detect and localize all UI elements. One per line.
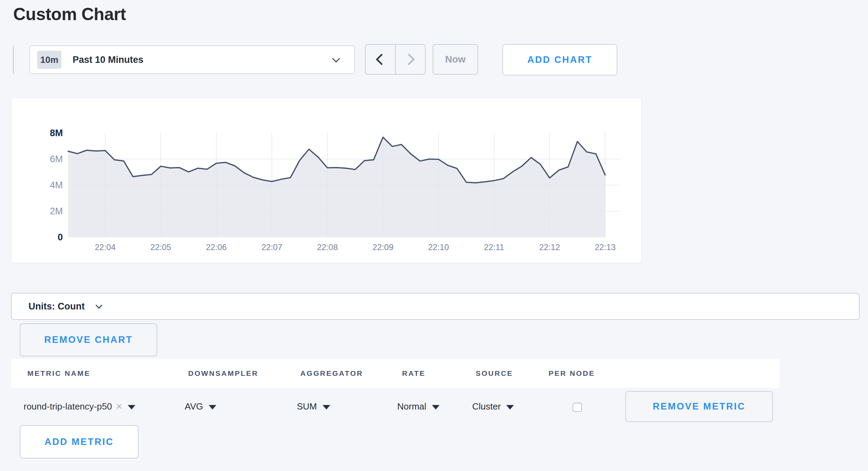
y-axis-tick-label: 6M xyxy=(50,154,63,164)
x-axis-tick-label: 22:06 xyxy=(206,242,227,252)
chevron-down-icon xyxy=(332,55,340,63)
column-header-source: SOURCE xyxy=(476,359,513,388)
caret-down-icon xyxy=(209,405,216,410)
x-axis-tick-label: 22:10 xyxy=(428,242,449,252)
add-chart-button[interactable]: ADD CHART xyxy=(502,44,617,75)
now-button[interactable]: Now xyxy=(433,44,478,75)
aggregator-select[interactable]: SUM xyxy=(297,395,330,418)
per-node-checkbox[interactable] xyxy=(573,403,582,412)
chevron-right-icon xyxy=(403,53,415,65)
chart-card: 02M4M6M8M22:0422:0522:0622:0722:0822:092… xyxy=(11,98,642,263)
column-header-rate: RATE xyxy=(402,359,426,388)
units-select[interactable]: Units: Count xyxy=(11,293,860,320)
y-axis-tick-label: 4M xyxy=(50,180,63,190)
close-icon[interactable]: × xyxy=(116,400,122,412)
time-range-select[interactable]: 10m Past 10 Minutes xyxy=(30,46,355,74)
column-header-downsampler: DOWNSAMPLER xyxy=(188,359,258,388)
metric-name-select[interactable]: round-trip-latency-p50 × xyxy=(24,395,135,418)
metric-chart: 02M4M6M8M22:0422:0522:0622:0722:0822:092… xyxy=(11,98,642,263)
source-value: Cluster xyxy=(472,401,501,412)
page-title: Custom Chart xyxy=(13,4,126,24)
remove-metric-button[interactable]: REMOVE METRIC xyxy=(625,391,773,422)
metrics-table-header: METRIC NAME DOWNSAMPLER AGGREGATOR RATE … xyxy=(11,359,779,388)
column-header-per-node: PER NODE xyxy=(549,359,595,388)
y-axis-tick-label: 0 xyxy=(58,232,63,242)
toolbar-divider xyxy=(13,46,14,74)
chevron-down-icon xyxy=(95,302,102,309)
time-forward-button[interactable] xyxy=(396,45,425,74)
column-header-metric-name: METRIC NAME xyxy=(27,359,90,388)
time-back-button[interactable] xyxy=(366,45,396,74)
metric-name-value: round-trip-latency-p50 xyxy=(24,401,112,412)
add-metric-button[interactable]: ADD METRIC xyxy=(20,425,139,458)
x-axis-tick-label: 22:04 xyxy=(95,242,116,252)
x-axis-tick-label: 22:08 xyxy=(317,242,338,252)
x-axis-tick-label: 22:05 xyxy=(150,242,171,252)
y-axis-tick-label: 8M xyxy=(50,128,63,138)
rate-select[interactable]: Normal xyxy=(397,395,440,418)
x-axis-tick-label: 22:12 xyxy=(539,242,560,252)
y-axis-tick-label: 2M xyxy=(50,206,63,216)
x-axis-tick-label: 22:13 xyxy=(595,242,616,252)
time-nav-group xyxy=(365,44,426,75)
downsampler-select[interactable]: AVG xyxy=(185,395,216,418)
downsampler-value: AVG xyxy=(185,401,203,412)
custom-chart-page: Custom Chart 10m Past 10 Minutes Now ADD… xyxy=(0,0,868,471)
x-axis-tick-label: 22:09 xyxy=(373,242,393,252)
caret-down-icon xyxy=(432,405,440,410)
units-label: Units: Count xyxy=(28,301,85,312)
rate-value: Normal xyxy=(397,401,426,412)
time-range-label: Past 10 Minutes xyxy=(73,55,143,65)
caret-down-icon xyxy=(323,405,330,410)
x-axis-tick-label: 22:11 xyxy=(484,242,504,252)
metric-area-fill xyxy=(68,137,605,237)
aggregator-value: SUM xyxy=(297,401,317,412)
caret-down-icon xyxy=(506,405,514,410)
chevron-left-icon xyxy=(376,53,387,65)
time-range-badge: 10m xyxy=(37,51,61,69)
caret-down-icon xyxy=(128,405,135,410)
remove-chart-button[interactable]: REMOVE CHART xyxy=(20,323,157,356)
source-select[interactable]: Cluster xyxy=(472,395,514,418)
x-axis-tick-label: 22:07 xyxy=(261,242,282,252)
column-header-aggregator: AGGREGATOR xyxy=(300,359,363,388)
